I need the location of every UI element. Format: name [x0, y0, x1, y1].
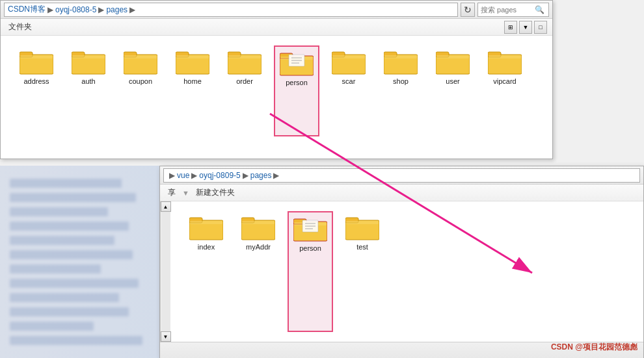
- folder-icon-auth: [72, 48, 105, 75]
- address-refresh-btn[interactable]: ↻: [461, 3, 475, 17]
- folder-item-shop[interactable]: shop: [378, 45, 423, 136]
- folder-item-bottom-index[interactable]: index: [183, 211, 229, 332]
- folder-icon-vipcard: [488, 48, 522, 75]
- folder-item-vipcard[interactable]: vipcard: [482, 45, 528, 136]
- folder-icon-person: [280, 49, 314, 77]
- toolbar-new-folder[interactable]: 新建文件夹: [193, 186, 237, 199]
- folder-label-home: home: [183, 77, 202, 85]
- blur-item: [10, 250, 133, 259]
- svg-rect-41: [242, 221, 275, 224]
- folder-icon-bottom-person: [293, 215, 327, 242]
- svg-rect-51: [346, 221, 379, 224]
- bottom-address-path[interactable]: ▶ vue ▶ oyqj-0809-5 ▶ pages ▶: [163, 168, 640, 183]
- scroll-down-btn[interactable]: ▼: [161, 331, 171, 342]
- left-panel-blur: [0, 166, 159, 358]
- blur-item: [10, 336, 142, 345]
- folder-icon-shop: [384, 48, 418, 75]
- folder-icon-bottom-test: [345, 214, 379, 241]
- folder-label-bottom-myAddr: myAddr: [246, 243, 271, 251]
- vertical-scrollbar[interactable]: ▲ ▼: [160, 201, 170, 342]
- folder-item-auth[interactable]: auth: [66, 45, 111, 136]
- bottom-files-area: index myAddr person: [170, 201, 643, 342]
- folder-label-shop: shop: [393, 77, 409, 85]
- bottom-path-project[interactable]: oyqj-0809-5: [199, 171, 240, 180]
- svg-rect-14: [228, 55, 261, 58]
- path-csdn[interactable]: CSDN博客: [8, 4, 46, 15]
- svg-rect-2: [20, 55, 53, 58]
- folder-icon-coupon: [124, 48, 157, 75]
- svg-rect-5: [72, 55, 105, 58]
- folder-item-bottom-person[interactable]: person: [288, 211, 333, 332]
- folder-label-vipcard: vipcard: [493, 77, 516, 85]
- folder-label-scar: scar: [342, 77, 356, 85]
- folder-label-address: address: [23, 77, 49, 85]
- blur-item: [10, 222, 129, 231]
- blur-item: [10, 307, 129, 316]
- folder-icon-order: [228, 48, 262, 75]
- blur-item: [10, 322, 94, 331]
- folder-item-person[interactable]: person: [274, 45, 319, 136]
- search-icon: 🔍: [535, 5, 544, 14]
- left-panel-content: [0, 166, 159, 358]
- svg-rect-33: [489, 55, 521, 58]
- top-files-area: address auth coupon: [1, 36, 552, 146]
- top-address-bar: CSDN博客 ▶ oyqj-0808-5 ▶ pages ▶ ↻ 🔍: [1, 1, 552, 19]
- svg-rect-8: [124, 55, 157, 58]
- top-explorer-window: CSDN博客 ▶ oyqj-0808-5 ▶ pages ▶ ↻ 🔍 文件夹 ⊞…: [0, 0, 553, 159]
- folder-icon-bottom-myAddr: [241, 214, 275, 241]
- folder-label-user: user: [446, 77, 459, 85]
- folder-item-address[interactable]: address: [14, 45, 59, 136]
- path-pages[interactable]: pages: [106, 5, 127, 14]
- svg-rect-30: [436, 55, 469, 58]
- watermark: CSDN @项目花园范德彪: [551, 342, 637, 353]
- folder-label-coupon: coupon: [129, 77, 152, 85]
- folder-label-bottom-index: index: [198, 243, 215, 251]
- top-toolbar: 文件夹 ⊞ ▼ □: [1, 19, 552, 36]
- bottom-explorer-window: ▶ vue ▶ oyqj-0809-5 ▶ pages ▶ 享 ▼ 新建文件夹 …: [159, 166, 644, 358]
- folder-item-home[interactable]: home: [170, 45, 215, 136]
- toolbar-folder[interactable]: 文件夹: [6, 21, 34, 33]
- folder-label-auth: auth: [81, 77, 95, 85]
- folder-item-order[interactable]: order: [222, 45, 267, 136]
- bottom-address-bar: ▶ vue ▶ oyqj-0809-5 ▶ pages ▶: [160, 166, 643, 185]
- folder-icon-scar: [332, 48, 366, 75]
- blur-item: [10, 264, 101, 274]
- blur-item: [10, 207, 108, 216]
- blur-item: [10, 236, 114, 245]
- top-search-box[interactable]: 🔍: [477, 3, 549, 17]
- scroll-track[interactable]: [161, 212, 170, 331]
- folder-label-person: person: [286, 79, 308, 86]
- bottom-path-pages[interactable]: pages: [250, 171, 272, 180]
- folder-item-bottom-myAddr[interactable]: myAddr: [235, 211, 281, 332]
- toolbar-right: ⊞ ▼ □: [504, 21, 547, 34]
- bottom-toolbar: 享 ▼ 新建文件夹: [160, 185, 643, 201]
- bottom-files-container: ▲ ▼ index myAddr: [160, 201, 643, 342]
- bottom-path-vue[interactable]: vue: [177, 171, 189, 180]
- folder-label-order: order: [236, 77, 253, 85]
- blur-item: [10, 193, 136, 202]
- folder-label-bottom-person: person: [299, 244, 321, 252]
- view-grid-btn[interactable]: ⊞: [504, 21, 517, 34]
- svg-rect-38: [190, 221, 222, 224]
- svg-rect-11: [176, 55, 209, 58]
- folder-icon-user: [436, 48, 470, 75]
- path-project[interactable]: oyqj-0808-5: [55, 5, 96, 14]
- folder-icon-bottom-index: [189, 214, 223, 241]
- view-window-btn[interactable]: □: [534, 21, 547, 34]
- svg-rect-27: [384, 55, 417, 58]
- scroll-up-btn[interactable]: ▲: [161, 201, 171, 212]
- blur-item: [10, 279, 139, 288]
- toolbar-share[interactable]: 享: [165, 186, 178, 199]
- blur-item: [10, 179, 122, 188]
- folder-icon-home: [176, 48, 209, 75]
- top-search-input[interactable]: [481, 6, 533, 14]
- folder-icon-address: [20, 48, 53, 75]
- folder-item-user[interactable]: user: [430, 45, 476, 136]
- folder-label-bottom-test: test: [356, 243, 368, 251]
- folder-item-scar[interactable]: scar: [326, 45, 371, 136]
- folder-item-bottom-test[interactable]: test: [340, 211, 385, 332]
- top-address-path[interactable]: CSDN博客 ▶ oyqj-0808-5 ▶ pages ▶: [4, 3, 458, 17]
- blur-item: [10, 293, 119, 302]
- view-list-btn[interactable]: ▼: [519, 21, 532, 34]
- folder-item-coupon[interactable]: coupon: [118, 45, 163, 136]
